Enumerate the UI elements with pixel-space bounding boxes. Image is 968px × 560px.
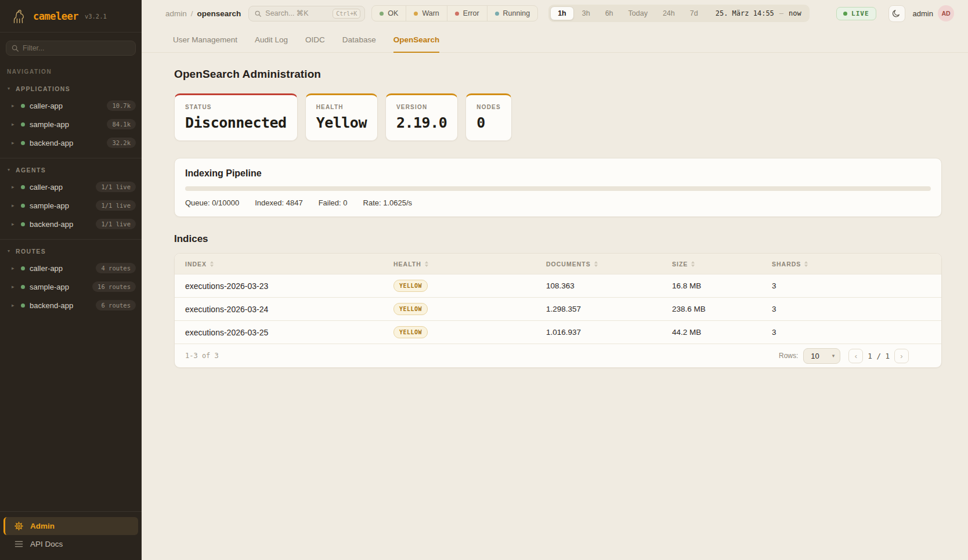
column-header-shards[interactable]: SHARDS xyxy=(772,261,941,268)
moon-icon xyxy=(892,9,901,18)
breadcrumb-separator: / xyxy=(191,9,193,18)
tab-opensearch[interactable]: OpenSearch xyxy=(393,35,440,53)
stat-card-status: STATUS Disconnected xyxy=(174,93,298,141)
column-header-documents[interactable]: DOCUMENTS xyxy=(546,261,672,268)
status-filter-running[interactable]: Running xyxy=(487,6,538,21)
column-header-size[interactable]: SIZE xyxy=(672,261,772,268)
caret-right-icon: ▸ xyxy=(12,121,16,127)
stat-card-version: VERSION 2.19.0 xyxy=(385,93,458,141)
sidebar-item-backend-app[interactable]: ▸ backend-app 6 routes xyxy=(0,296,142,315)
sidebar-item-badge: 16 routes xyxy=(92,281,136,292)
sidebar-item-label: backend-app xyxy=(30,139,102,147)
sidebar-item-api-docs[interactable]: API Docs xyxy=(3,535,138,553)
sidebar-item-sample-app[interactable]: ▸ sample-app 1/1 live xyxy=(0,196,142,215)
status-dot xyxy=(21,185,25,189)
stat-label: STATUS xyxy=(185,104,287,110)
sidebar: cameleer v3.2.1 NAVIGATION ▾ APPLICATION… xyxy=(0,0,142,560)
table-row[interactable]: executions-2026-03-24 YELLOW 1.298.357 2… xyxy=(175,297,941,320)
sidebar-item-backend-app[interactable]: ▸ backend-app 32.2k xyxy=(0,133,142,152)
sidebar-item-caller-app[interactable]: ▸ caller-app 10.7k xyxy=(0,96,142,115)
sidebar-item-badge: 32.2k xyxy=(107,138,136,148)
theme-toggle-button[interactable] xyxy=(888,5,905,22)
live-label: LIVE xyxy=(851,10,869,17)
sidebar-item-caller-app[interactable]: ▸ caller-app 4 routes xyxy=(0,259,142,277)
size-cell: 238.6 MB xyxy=(672,305,772,313)
sidebar-item-sample-app[interactable]: ▸ sample-app 16 routes xyxy=(0,277,142,296)
pipeline-stat-queue: Queue: 0/10000 xyxy=(185,198,239,207)
stat-value: Yellow xyxy=(316,114,367,131)
time-range-3h[interactable]: 3h xyxy=(575,7,597,20)
column-header-index[interactable]: INDEX xyxy=(175,261,393,268)
sort-icon xyxy=(210,261,214,267)
sidebar-item-label: API Docs xyxy=(30,540,63,548)
index-name-cell: executions-2026-03-24 xyxy=(175,305,393,314)
time-range-1h[interactable]: 1h xyxy=(550,6,574,20)
chevron-left-icon: ‹ xyxy=(855,352,857,360)
sidebar-item-backend-app[interactable]: ▸ backend-app 1/1 live xyxy=(0,215,142,233)
filter-input[interactable] xyxy=(6,41,136,56)
sidebar-item-badge: 1/1 live xyxy=(96,182,136,192)
indices-table: INDEX HEALTH DOCUMENTS SIZE SHARDS xyxy=(174,253,942,368)
index-name-cell: executions-2026-03-23 xyxy=(175,281,393,291)
sidebar-item-sample-app[interactable]: ▸ sample-app 84.1k xyxy=(0,115,142,133)
stat-value: 0 xyxy=(476,114,501,131)
search-icon xyxy=(254,10,262,17)
tab-database[interactable]: Database xyxy=(342,35,376,53)
nav-section-header[interactable]: ▾ ROUTES xyxy=(0,244,142,259)
caret-right-icon: ▸ xyxy=(12,140,16,146)
date-range-picker[interactable]: 25. März 14:55 — now xyxy=(716,9,801,17)
caret-right-icon: ▸ xyxy=(12,221,16,227)
breadcrumb-parent[interactable]: admin xyxy=(165,9,187,18)
time-range-today[interactable]: Today xyxy=(622,7,655,20)
status-dot xyxy=(21,222,25,226)
column-header-health[interactable]: HEALTH xyxy=(393,261,546,268)
tab-user-management[interactable]: User Management xyxy=(173,35,237,53)
documents-cell: 1.298.357 xyxy=(546,305,672,313)
shards-cell: 3 xyxy=(772,328,941,337)
nav-section-header[interactable]: ▾ AGENTS xyxy=(0,163,142,178)
stat-label: NODES xyxy=(476,104,501,110)
divider xyxy=(0,32,142,32)
time-range-7d[interactable]: 7d xyxy=(683,7,705,20)
status-filter-label: Running xyxy=(503,9,530,17)
search-input[interactable] xyxy=(265,9,329,17)
nav-section-agents: ▾ AGENTS ▸ caller-app 1/1 live ▸ sample-… xyxy=(0,158,142,239)
nav-section-header[interactable]: ▾ APPLICATIONS xyxy=(0,82,142,96)
time-range-6h[interactable]: 6h xyxy=(598,7,620,20)
sidebar-item-label: Admin xyxy=(30,522,55,530)
rows-per-page-label: Rows: xyxy=(779,352,798,360)
status-filter-error[interactable]: Error xyxy=(447,6,487,21)
rows-per-page-select[interactable]: 10 ▾ xyxy=(803,348,840,364)
status-filter-warn[interactable]: Warn xyxy=(406,6,447,21)
previous-page-button[interactable]: ‹ xyxy=(848,349,863,363)
status-dot xyxy=(21,104,25,108)
breadcrumb-current[interactable]: opensearch xyxy=(197,9,241,18)
table-row[interactable]: executions-2026-03-23 YELLOW 108.363 16.… xyxy=(175,274,941,297)
brand-name: cameleer xyxy=(33,10,78,22)
nav-section-title: ROUTES xyxy=(16,248,46,255)
table-row[interactable]: executions-2026-03-25 YELLOW 1.016.937 4… xyxy=(175,320,941,344)
status-filter-ok[interactable]: OK xyxy=(372,6,406,21)
admin-tabs: User Management Audit Log OIDC Database … xyxy=(142,27,968,53)
nav-section-title: AGENTS xyxy=(16,167,46,174)
page-content: OpenSearch Administration STATUS Disconn… xyxy=(142,53,968,560)
sidebar-item-admin[interactable]: Admin xyxy=(3,517,138,535)
next-page-button[interactable]: › xyxy=(894,349,909,363)
tab-oidc[interactable]: OIDC xyxy=(305,35,325,53)
search-icon xyxy=(11,44,19,52)
time-range-24h[interactable]: 24h xyxy=(656,7,682,20)
tab-audit-log[interactable]: Audit Log xyxy=(255,35,288,53)
sidebar-item-label: backend-app xyxy=(30,301,91,310)
stat-value: Disconnected xyxy=(185,114,287,131)
live-toggle[interactable]: LIVE xyxy=(836,7,876,20)
stat-card-nodes: NODES 0 xyxy=(465,93,512,141)
pipeline-stat-indexed: Indexed: 4847 xyxy=(255,198,302,207)
brand-logo[interactable]: cameleer v3.2.1 xyxy=(0,0,142,32)
navigation-label: NAVIGATION xyxy=(0,62,142,77)
global-search[interactable]: Ctrl+K xyxy=(248,6,365,21)
avatar[interactable]: AD xyxy=(938,5,954,21)
sidebar-item-caller-app[interactable]: ▸ caller-app 1/1 live xyxy=(0,178,142,196)
caret-right-icon: ▸ xyxy=(12,284,16,290)
breadcrumb: admin / opensearch xyxy=(165,9,241,18)
sidebar-item-badge: 1/1 live xyxy=(96,200,136,211)
